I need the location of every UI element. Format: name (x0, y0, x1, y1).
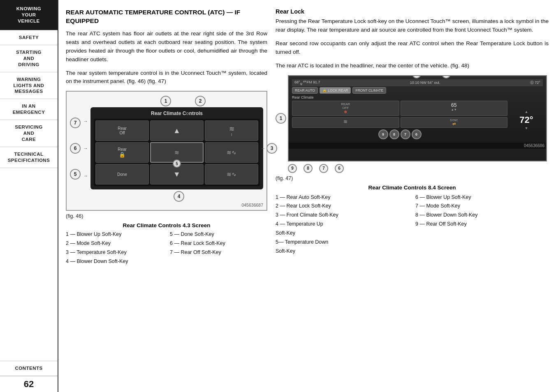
callout-fig47-9: 9 (288, 164, 297, 173)
page-number: 62 (0, 376, 58, 392)
left-column: REAR AUTOMATIC TEMPERATURE CONTROL (ATC)… (66, 8, 267, 388)
cell-rear-off: RearOff (95, 120, 149, 141)
btn-rear-auto[interactable]: REAR AUTO (292, 87, 318, 94)
fig46-title: Rear Climate Controls (94, 111, 260, 116)
callout-fig47-3: 3 (442, 75, 451, 78)
sidebar-item-warning[interactable]: WARNING LIGHTS AND MESSAGES (0, 72, 58, 99)
fig46-caption: (fig. 46) (66, 213, 267, 219)
fig47-btn-8: 8 (389, 129, 399, 139)
figure-47-wrapper: 1 2 3 4 5 68°ψ ⁴⁸FM 91.7 10:10 NW 54 (276, 75, 549, 161)
sidebar-item-servicing[interactable]: SERVICING AND CARE (0, 120, 58, 147)
fig47-cell-sync: SYNC ⇄ (401, 117, 508, 128)
callout-fig47-7: 7 (319, 164, 328, 173)
fig47-temp: 72° (519, 115, 533, 125)
fig47-right-panel: ▲ 72° ▼ (510, 101, 543, 139)
cell-center: 5 ≋ (150, 142, 204, 163)
cell-fan-2: ≋∿ (205, 142, 258, 163)
fig46-ctrl-2: 2 — Mode Soft-Key (66, 239, 163, 248)
fig46-code: 045636687 (70, 203, 263, 208)
fig47-btn-7: 7 (401, 129, 410, 139)
callout-2: 2 (195, 96, 206, 106)
cell-rear-lock: Rear 🔒 (95, 142, 149, 163)
fig47-btn-9: 9 (378, 129, 388, 139)
btn-front-climate[interactable]: FRONT CLIMATE (352, 87, 386, 94)
callout-7: 7 (70, 118, 81, 128)
fig47-ctrl-8: 8 — Blower Down Soft-Key (415, 211, 549, 220)
fig47-screen-title: Rear Climate Controls 8.4 Screen (276, 184, 549, 191)
fig47-bottom-row: 9 8 7 6 (292, 129, 507, 139)
callout-5-center: 5 (173, 159, 181, 168)
sidebar: KNOWING YOUR VEHICLE SAFETY STARTING AND… (0, 0, 58, 392)
sidebar-item-technical[interactable]: TECHNICAL SPECIFICATIONS (0, 147, 58, 168)
fig47-main-area: REAROFF ❄ 65 ▲▼ ≋ (292, 101, 543, 139)
rear-lock-title: Rear Lock (276, 8, 549, 15)
fig47-controls-list: 1 — Rear Auto Soft-Key 6 — Blower Up Sof… (276, 193, 549, 256)
figure-46-container: 1 2 7 6 5 → → → Rear Climate Control (66, 91, 267, 211)
fig47-ctrl-6: 6 — Blower Up Soft-Key (415, 193, 549, 202)
fig47-caption: (fig. 47) (276, 175, 549, 181)
figure-47: 2 3 4 5 68°ψ ⁴⁸FM 91.7 10:10 NW 54° out.… (288, 75, 547, 161)
callout-1: 1 (160, 96, 171, 106)
fig47-code: 045636686 (289, 143, 546, 149)
fig46-ctrl-7: 7 — Rear Off Soft-Key (170, 248, 267, 257)
right-column: Rear Lock Pressing the Rear Temperature … (276, 8, 549, 388)
fig47-btn-6: 6 (412, 129, 422, 139)
sidebar-item-safety[interactable]: SAFETY (0, 30, 58, 45)
callout-fig47-8: 8 (303, 164, 313, 173)
fig47-ctrl-1: 1 — Rear Auto Soft-Key (276, 193, 409, 202)
callout-fig47-2: 2 (412, 75, 421, 78)
btn-lock-rear[interactable]: 🔒 LOCK REAR (320, 87, 351, 94)
cell-arrow-up: ▲ (150, 120, 204, 141)
fig46-ctrl-1: 1 — Blower Up Soft-Key (66, 230, 163, 239)
fig47-left-panel: REAROFF ❄ 65 ▲▼ ≋ (292, 101, 507, 139)
rear-lock-para1: Pressing the Rear Temperature Lock soft-… (276, 17, 549, 35)
sidebar-item-knowing[interactable]: KNOWING YOUR VEHICLE (0, 0, 58, 30)
para2: The rear system temperature control is i… (66, 69, 267, 86)
fig46-ctrl-5: 5 — Done Soft-Key (170, 230, 267, 239)
fig47-bottom-callouts: 9 8 7 6 (288, 164, 549, 173)
cell-done: Done (95, 164, 149, 184)
cell-fan-1: ≋ ⌇ (205, 120, 258, 141)
callout-5: 5 (70, 169, 81, 180)
callout-fig47-6: 6 (335, 164, 344, 173)
rear-lock-para2: Rear second row occupants can only adjus… (276, 39, 549, 57)
sidebar-item-contents[interactable]: CONTENTS (0, 361, 58, 376)
fig47-ctrl-4: 4 — Temperature UpSoft-Key (276, 220, 409, 238)
fig46-screen-title: Rear Climate Controls 4.3 Screen (66, 222, 267, 228)
fig46-ctrl-6: 6 — Rear Lock Soft-Key (170, 239, 267, 248)
fig47-ctrl-3: 3 — Front Climate Soft-Key (276, 211, 409, 220)
callout-4-bottom: 4 (174, 191, 184, 202)
cell-fan-3: ≋∿ (205, 164, 258, 184)
callout-fig47-1: 1 (276, 113, 286, 124)
main-content: REAR AUTOMATIC TEMPERATURE CONTROL (ATC)… (58, 0, 556, 392)
rear-lock-para3: The rear ATC is located in the headliner… (276, 62, 549, 70)
fig47-topbar: 68°ψ ⁴⁸FM 91.7 10:10 NW 54° out. ⓪ 72° (292, 79, 543, 86)
fig47-rear-climate-label: Rear Climate (292, 95, 543, 99)
fig47-ctrl-5: 5— Temperature DownSoft-Key (276, 238, 409, 256)
sidebar-item-emergency[interactable]: IN AN EMERGENCY (0, 99, 58, 120)
sidebar-item-starting[interactable]: STARTING AND DRIVING (0, 45, 58, 72)
fig47-grid: REAROFF ❄ 65 ▲▼ ≋ (292, 101, 507, 128)
para1: The rear ATC system has floor air outlet… (66, 30, 267, 64)
fig47-buttons: REAR AUTO 🔒 LOCK REAR FRONT CLIMATE (292, 87, 543, 94)
fig47-cell-fan: ≋ (292, 117, 399, 128)
fig46-ctrl-3: 3 — Temperature Soft-Key (66, 248, 163, 257)
section-title: REAR AUTOMATIC TEMPERATURE CONTROL (ATC)… (66, 8, 267, 25)
fig46-controls-list: 1 — Blower Up Soft-Key 5 — Done Soft-Key… (66, 230, 267, 266)
fig47-ctrl-9: 9 — Rear Off Soft-Key (415, 220, 549, 238)
fig46-ctrl-4: 4 — Blower Down Soft-Key (66, 257, 163, 266)
fig47-cell-65: 65 ▲▼ (401, 101, 508, 116)
fig47-ctrl-7: 7 — Mode Soft-Key (415, 202, 549, 211)
fig47-ctrl-2: 2 — Rear Lock Soft-Key (276, 202, 409, 211)
fig47-cell-rear-off: REAROFF ❄ (292, 101, 399, 116)
callout-6: 6 (70, 143, 81, 154)
fig47-screen: 68°ψ ⁴⁸FM 91.7 10:10 NW 54° out. ⓪ 72° R… (289, 76, 546, 143)
